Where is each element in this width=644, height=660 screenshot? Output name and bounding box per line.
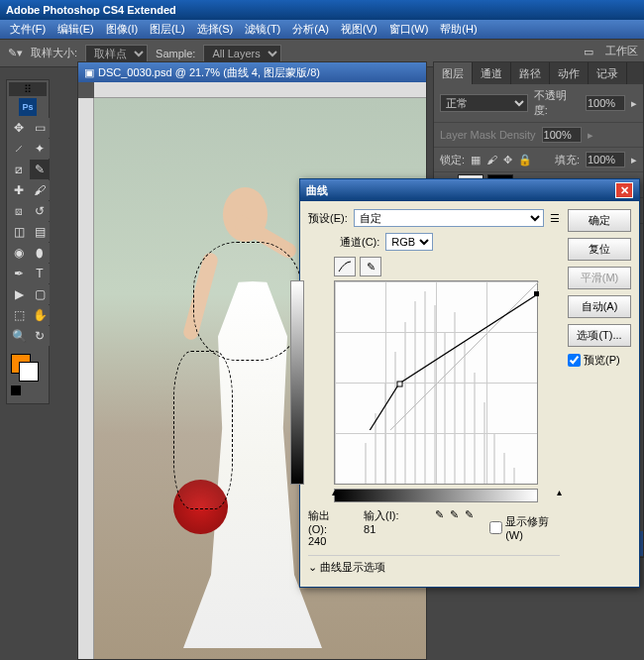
hand-tool[interactable]: ✋	[30, 305, 50, 325]
menu-filter[interactable]: 滤镜(T)	[239, 20, 286, 39]
tab-history[interactable]: 记录	[589, 62, 627, 84]
tab-paths[interactable]: 路径	[511, 62, 550, 84]
output-label: 输出(O):	[308, 508, 348, 535]
menu-edit[interactable]: 编辑(E)	[52, 20, 100, 39]
fill-input[interactable]	[586, 152, 625, 167]
lock-all-icon[interactable]: 🔒	[518, 154, 532, 166]
menu-select[interactable]: 选择(S)	[191, 20, 240, 39]
dialog-title: 曲线	[306, 183, 328, 198]
blend-mode-select[interactable]: 正常	[440, 94, 528, 112]
eyedropper-tool[interactable]: ✎	[30, 160, 50, 179]
ok-button[interactable]: 确定	[568, 209, 631, 232]
input-value[interactable]: 81	[364, 523, 403, 535]
preset-select[interactable]: 自定	[354, 209, 544, 227]
gray-eyedropper-icon[interactable]: ✎	[450, 508, 459, 547]
shape-tool[interactable]: ▢	[30, 284, 50, 304]
show-clipping-label: 显示修剪(W)	[505, 514, 560, 541]
crop-tool[interactable]: ⧄	[9, 160, 29, 179]
default-colors-icon[interactable]	[11, 385, 21, 395]
lock-transparency-icon[interactable]: ▦	[471, 154, 481, 166]
stamp-tool[interactable]: ⧇	[9, 201, 29, 221]
menu-file[interactable]: 文件(F)	[4, 20, 52, 39]
sample-size-label: 取样大小:	[31, 46, 77, 60]
black-point-slider[interactable]: ▴	[332, 487, 337, 497]
tab-channels[interactable]: 通道	[473, 62, 511, 84]
lock-pixels-icon[interactable]: 🖌	[486, 154, 497, 165]
menu-help[interactable]: 帮助(H)	[434, 20, 483, 39]
screen-mode-icon[interactable]: ▭	[584, 46, 599, 57]
curve-point-tool[interactable]	[334, 257, 356, 276]
toolbox-grip[interactable]: ⠿	[9, 82, 47, 96]
ruler-horizontal[interactable]	[94, 82, 426, 98]
opacity-chevron-icon[interactable]: ▸	[631, 97, 637, 110]
brush-tool[interactable]: 🖌	[30, 180, 50, 200]
curve-draw-tool[interactable]: ✎	[360, 257, 381, 276]
app-title: Adobe Photoshop CS4 Extended	[6, 4, 176, 16]
fill-label: 填充:	[555, 153, 580, 167]
healing-tool[interactable]: ✚	[9, 180, 29, 200]
svg-rect-3	[534, 291, 539, 296]
eraser-tool[interactable]: ◫	[9, 222, 29, 242]
dodge-tool[interactable]: ⬮	[30, 243, 50, 263]
output-gradient	[290, 280, 304, 485]
lock-position-icon[interactable]: ✥	[503, 154, 512, 166]
preset-menu-icon[interactable]: ☰	[550, 212, 560, 225]
menu-view[interactable]: 视图(V)	[335, 20, 383, 39]
rotate-view-tool[interactable]: ↻	[30, 326, 50, 346]
opacity-input[interactable]	[586, 95, 625, 111]
black-eyedropper-icon[interactable]: ✎	[435, 508, 444, 547]
density-input[interactable]	[542, 127, 582, 143]
tab-layers[interactable]: 图层	[434, 62, 473, 84]
curves-graph[interactable]	[334, 280, 538, 485]
menu-analysis[interactable]: 分析(A)	[286, 20, 335, 39]
white-eyedropper-icon[interactable]: ✎	[465, 508, 474, 547]
svg-line-0	[335, 281, 539, 430]
dialog-titlebar[interactable]: 曲线 ✕	[300, 179, 639, 201]
channel-label: 通道(C):	[340, 235, 379, 250]
chevron-down-icon: ⌄	[308, 561, 317, 573]
output-value[interactable]: 240	[308, 535, 348, 547]
zoom-tool[interactable]: 🔍	[9, 326, 29, 346]
blur-tool[interactable]: ◉	[9, 243, 29, 263]
app-titlebar: Adobe Photoshop CS4 Extended	[0, 0, 644, 20]
pen-tool[interactable]: ✒	[9, 264, 29, 283]
white-point-slider[interactable]: ▴	[557, 487, 562, 497]
menu-layer[interactable]: 图层(L)	[144, 20, 190, 39]
sample-size-select[interactable]: 取样点	[85, 45, 148, 62]
3d-tool[interactable]: ⬚	[9, 305, 29, 325]
document-titlebar[interactable]: ▣ DSC_0030.psd @ 21.7% (曲线 4, 图层蒙版/8)	[78, 62, 426, 82]
close-button[interactable]: ✕	[615, 182, 633, 198]
sample-select[interactable]: All Layers	[203, 45, 281, 62]
doc-icon: ▣	[84, 66, 94, 79]
gradient-tool[interactable]: ▤	[30, 222, 50, 242]
color-swatches[interactable]	[9, 350, 47, 401]
document-title: DSC_0030.psd @ 21.7% (曲线 4, 图层蒙版/8)	[98, 65, 320, 80]
panel-tabs: 图层 通道 路径 动作 记录	[434, 62, 643, 84]
magic-wand-tool[interactable]: ✦	[30, 139, 50, 159]
display-options-disclosure[interactable]: ⌄ 曲线显示选项	[308, 555, 560, 579]
background-swatch[interactable]	[19, 362, 39, 382]
tab-actions[interactable]: 动作	[550, 62, 589, 84]
history-brush-tool[interactable]: ↺	[30, 201, 50, 221]
input-gradient	[334, 489, 538, 502]
menu-image[interactable]: 图像(I)	[100, 20, 144, 39]
channel-select[interactable]: RGB	[385, 233, 433, 251]
marquee-tool[interactable]: ▭	[30, 118, 50, 138]
menu-window[interactable]: 窗口(W)	[383, 20, 435, 39]
fill-chevron-icon[interactable]: ▸	[631, 154, 637, 166]
move-tool[interactable]: ✥	[9, 118, 29, 138]
eyedropper-icon[interactable]: ✎▾	[8, 47, 23, 59]
path-select-tool[interactable]: ▶	[9, 284, 29, 304]
lasso-tool[interactable]: ⟋	[9, 139, 29, 159]
show-clipping-checkbox[interactable]	[489, 521, 502, 534]
ps-logo-icon[interactable]: Ps	[19, 98, 37, 116]
ruler-vertical[interactable]	[78, 98, 94, 659]
toolbox: ⠿ Ps ✥ ▭ ⟋ ✦ ⧄ ✎ ✚ 🖌 ⧇ ↺ ◫ ▤ ◉ ⬮ ✒ T ▶ ▢…	[6, 79, 50, 404]
density-chevron-icon[interactable]: ▸	[588, 129, 593, 142]
type-tool[interactable]: T	[30, 264, 50, 283]
sample-label: Sample:	[156, 48, 195, 59]
workspace-switcher[interactable]: ▭ 工作区	[584, 44, 638, 58]
menubar: 文件(F) 编辑(E) 图像(I) 图层(L) 选择(S) 滤镜(T) 分析(A…	[0, 20, 644, 40]
reset-button[interactable]: 复位	[568, 238, 631, 261]
lock-label: 锁定:	[440, 153, 465, 167]
